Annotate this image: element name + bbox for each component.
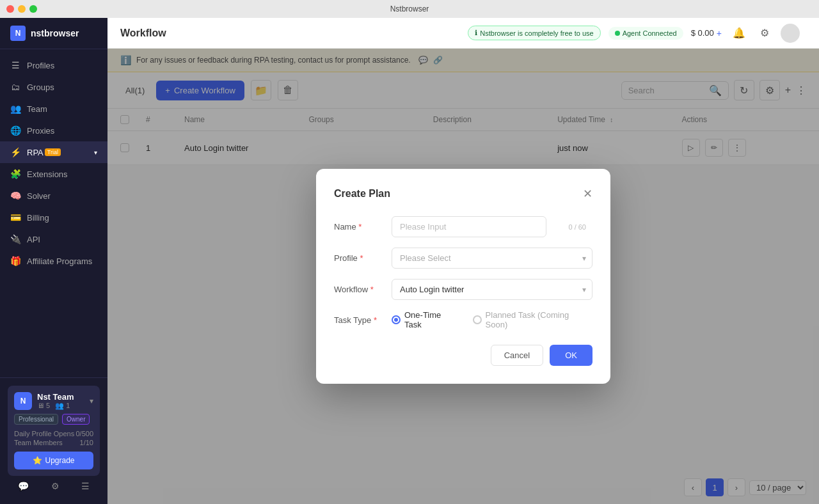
profile-select-wrap: Please Select ▾ — [392, 248, 592, 269]
team-icon: 👥 — [10, 104, 20, 114]
sidebar-item-extensions[interactable]: 🧩 Extensions — [0, 163, 107, 185]
solver-icon: 🧠 — [10, 191, 20, 201]
cancel-button[interactable]: Cancel — [491, 345, 543, 366]
sidebar-bottom-icons: 💬 ⚙ ☰ — [8, 476, 100, 496]
workflow-label: Workflow * — [334, 285, 392, 294]
team-card: N Nst Team 🖥 5 👥 1 ▾ Professional Owner — [8, 386, 100, 476]
owner-badge: Owner — [62, 414, 90, 425]
team-avatar: N — [14, 392, 32, 410]
team-profiles-count: 🖥 5 — [37, 402, 50, 410]
header-icons: 🔔 ⚙ — [729, 24, 806, 43]
one-time-radio-inner — [394, 318, 398, 322]
sidebar-item-rpa[interactable]: ⚡ RPA Trial ▾ — [0, 141, 107, 163]
sidebar-item-team[interactable]: 👥 Team — [0, 98, 107, 120]
titlebar: Nstbrowser — [0, 0, 819, 18]
sidebar-nav: ☰ Profiles 🗂 Groups 👥 Team 🌐 Proxies ⚡ R… — [0, 49, 107, 377]
rpa-trial-badge: Trial — [45, 148, 61, 156]
balance-display: $ 0.00 + — [691, 28, 722, 38]
main-content: Workflow ℹ Nstbrowser is completely free… — [107, 18, 819, 504]
team-members-count: 👥 1 — [55, 402, 70, 410]
name-required: * — [358, 222, 362, 232]
close-button[interactable] — [6, 5, 14, 13]
minimize-button[interactable] — [18, 5, 26, 13]
api-icon: 🔌 — [10, 234, 20, 244]
members-value: 1/10 — [80, 439, 93, 446]
menu-icon[interactable]: ☰ — [81, 481, 90, 491]
sidebar-item-profiles[interactable]: ☰ Profiles — [0, 54, 107, 76]
sidebar: N nstbrowser ☰ Profiles 🗂 Groups 👥 Team … — [0, 18, 107, 504]
extensions-icon: 🧩 — [10, 169, 20, 179]
sidebar-item-api[interactable]: 🔌 API — [0, 228, 107, 250]
name-field-row: Name * 0 / 60 — [334, 216, 592, 237]
modal-overlay: Create Plan ✕ Name * 0 / 60 — [107, 49, 819, 504]
workflow-field-row: Workflow * Auto Login twitter ▾ — [334, 279, 592, 300]
task-type-row: Task Type * One-Time Task — [334, 310, 592, 329]
sidebar-item-billing[interactable]: 💳 Billing — [0, 207, 107, 228]
maximize-button[interactable] — [29, 5, 37, 13]
avatar[interactable] — [781, 24, 800, 43]
profile-label: Profile * — [334, 253, 392, 263]
team-meta: 🖥 5 👥 1 — [37, 402, 74, 410]
ok-button[interactable]: OK — [550, 345, 592, 366]
workflow-select[interactable]: Auto Login twitter — [392, 279, 592, 300]
team-stats: Daily Profile Opens 0/500 Team Members 1… — [14, 430, 93, 446]
proxies-icon: 🌐 — [10, 125, 20, 136]
planned-task-option[interactable]: Planned Task (Coming Soon) — [473, 310, 592, 329]
name-input-wrap: 0 / 60 — [392, 216, 592, 237]
one-time-radio-dot — [392, 315, 401, 324]
daily-opens-value: 0/500 — [76, 430, 93, 437]
content-area: ℹ️ For any issues or feedback during RPA… — [107, 49, 819, 504]
upgrade-button[interactable]: ⭐ Upgrade — [14, 452, 93, 469]
sidebar-item-groups[interactable]: 🗂 Groups — [0, 76, 107, 98]
professional-badge: Professional — [14, 414, 58, 425]
team-name: Nst Team — [37, 392, 74, 402]
rpa-icon: ⚡ — [10, 147, 20, 157]
workflow-select-wrap: Auto Login twitter ▾ — [392, 279, 592, 300]
sidebar-logo: N nstbrowser — [0, 18, 107, 49]
agent-badge: Agent Connected — [608, 27, 683, 40]
profiles-icon: ☰ — [10, 60, 20, 70]
affiliate-icon: 🎁 — [10, 256, 20, 266]
team-badges: Professional Owner — [14, 414, 93, 425]
name-input[interactable] — [392, 216, 546, 237]
sidebar-item-affiliate[interactable]: 🎁 Affiliate Programs — [0, 250, 107, 272]
team-card-header: N Nst Team 🖥 5 👥 1 ▾ — [14, 392, 93, 410]
task-type-label: Task Type * — [334, 315, 392, 325]
sidebar-item-solver[interactable]: 🧠 Solver — [0, 185, 107, 207]
create-plan-modal: Create Plan ✕ Name * 0 / 60 — [316, 169, 610, 384]
discord-icon[interactable]: 💬 — [18, 481, 29, 491]
modal-footer: Cancel OK — [334, 345, 592, 366]
profile-field-row: Profile * Please Select ▾ — [334, 248, 592, 269]
page-title: Workflow — [120, 28, 460, 39]
one-time-task-option[interactable]: One-Time Task — [392, 310, 460, 329]
info-icon: ℹ — [475, 29, 477, 37]
name-char-count: 0 / 60 — [568, 223, 586, 231]
modal-header: Create Plan ✕ — [334, 187, 592, 201]
logo-icon: N — [10, 26, 26, 41]
groups-icon: 🗂 — [10, 82, 20, 92]
free-badge: ℹ Nstbrowser is completely free to use — [468, 26, 600, 40]
rpa-expand-icon: ▾ — [94, 149, 97, 156]
profile-required: * — [360, 253, 363, 263]
daily-opens-label: Daily Profile Opens — [14, 430, 74, 437]
modal-close-button[interactable]: ✕ — [583, 187, 592, 201]
profile-select[interactable]: Please Select — [392, 248, 592, 269]
add-balance-icon[interactable]: + — [717, 28, 722, 38]
team-expand-icon[interactable]: ▾ — [90, 397, 93, 406]
planned-radio-dot — [473, 315, 482, 324]
billing-icon: 💳 — [10, 212, 20, 223]
sidebar-item-proxies[interactable]: 🌐 Proxies — [0, 120, 107, 141]
traffic-lights — [6, 5, 37, 13]
sidebar-bottom: N Nst Team 🖥 5 👥 1 ▾ Professional Owner — [0, 377, 107, 504]
name-label: Name * — [334, 222, 392, 232]
agent-status-dot — [615, 31, 620, 36]
settings-bottom-icon[interactable]: ⚙ — [51, 481, 60, 491]
workflow-required: * — [370, 285, 374, 294]
notification-icon[interactable]: 🔔 — [729, 24, 749, 43]
radio-group: One-Time Task Planned Task (Coming Soon) — [392, 310, 592, 329]
modal-title: Create Plan — [334, 188, 390, 200]
logo-text: nstbrowser — [31, 28, 79, 38]
members-label: Team Members — [14, 439, 63, 446]
task-type-required: * — [374, 315, 377, 325]
settings-icon[interactable]: ⚙ — [755, 24, 774, 43]
